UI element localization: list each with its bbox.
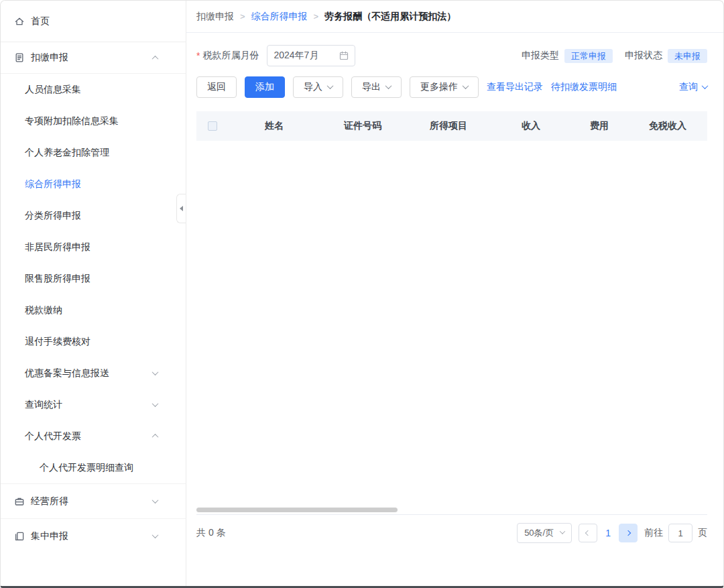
calendar-icon — [339, 51, 349, 60]
breadcrumb: 扣缴申报 > 综合所得申报 > 劳务报酬（不适用累计预扣法） — [186, 1, 723, 33]
sidebar-item-label: 首页 — [31, 15, 50, 27]
table-body-empty — [196, 141, 707, 514]
sidebar-item-preference-filing[interactable]: 优惠备案与信息报送 — [1, 357, 186, 389]
chevron-down-icon — [702, 82, 709, 89]
sidebar-item-personal-invoice-detail-query[interactable]: 个人代开发票明细查询 — [1, 452, 186, 483]
column-header-income-item: 所得项目 — [406, 120, 491, 132]
sidebar-item-label: 综合所得申报 — [25, 178, 81, 190]
app-window: 首页 扣缴申报 人员信息采集 专项附加扣除信息采集 个人养老金扣除管理 综合所得… — [0, 0, 724, 588]
page-size-value: 50条/页 — [524, 527, 554, 539]
document-icon — [14, 52, 25, 63]
total-count: 共 0 条 — [196, 527, 226, 539]
declare-status-badge: 未申报 — [668, 49, 707, 63]
table-header-row: 姓名 证件号码 所得项目 收入 费用 免税收入 — [196, 111, 707, 141]
sidebar-item-label: 分类所得申报 — [25, 210, 81, 222]
home-icon — [14, 16, 25, 27]
back-button[interactable]: 返回 — [196, 76, 237, 98]
sidebar-item-label: 个人代开发票明细查询 — [40, 462, 133, 474]
next-page-button[interactable] — [619, 524, 638, 542]
column-header-income: 收入 — [491, 120, 570, 132]
sidebar-item-special-deduction-info[interactable]: 专项附加扣除信息采集 — [1, 105, 186, 137]
goto-page-input[interactable] — [668, 524, 692, 542]
chevron-down-icon — [152, 400, 159, 407]
sidebar-item-label: 经营所得 — [31, 495, 68, 508]
sidebar-item-nonresident-income[interactable]: 非居民所得申报 — [1, 231, 186, 263]
sidebar-item-refund-fee-check[interactable]: 退付手续费核对 — [1, 326, 186, 357]
sidebar-item-label: 非居民所得申报 — [25, 241, 90, 253]
page-title: 劳务报酬（不适用累计预扣法） — [324, 11, 456, 23]
more-actions-label: 更多操作 — [420, 81, 458, 93]
sidebar-item-label: 集中申报 — [31, 530, 68, 542]
tax-month-input[interactable]: 2024年7月 — [267, 45, 355, 66]
breadcrumb-separator: > — [314, 11, 319, 21]
sidebar-item-withholding-declaration[interactable]: 扣缴申报 — [1, 42, 186, 74]
import-label: 导入 — [304, 81, 322, 93]
sidebar-item-label: 个人养老金扣除管理 — [25, 147, 109, 159]
sidebar-item-label: 扣缴申报 — [31, 52, 68, 64]
goto-suffix-label: 页 — [698, 527, 707, 539]
sidebar-item-business-income[interactable]: 经营所得 — [1, 483, 186, 518]
chevron-down-icon — [152, 497, 159, 504]
sidebar: 首页 扣缴申报 人员信息采集 专项附加扣除信息采集 个人养老金扣除管理 综合所得… — [1, 1, 186, 586]
sidebar-item-classified-income[interactable]: 分类所得申报 — [1, 200, 186, 231]
sidebar-item-restricted-shares[interactable]: 限售股所得申报 — [1, 263, 186, 294]
column-header-name: 姓名 — [229, 120, 320, 132]
query-dropdown-link[interactable]: 查询 — [679, 81, 707, 93]
sidebar-item-personal-invoice[interactable]: 个人代开发票 — [1, 420, 186, 452]
goto-prefix-label: 前往 — [644, 527, 663, 539]
current-page-number: 1 — [604, 528, 612, 538]
sidebar-item-personnel-info[interactable]: 人员信息采集 — [1, 74, 186, 105]
required-asterisk: * — [196, 50, 200, 61]
export-label: 导出 — [362, 81, 381, 93]
breadcrumb-item-comprehensive-income[interactable]: 综合所得申报 — [251, 11, 308, 23]
sidebar-item-label: 优惠备案与信息报送 — [25, 367, 109, 379]
view-export-records-link[interactable]: 查看导出记录 — [487, 81, 543, 93]
sidebar-item-label: 退付手续费核对 — [25, 336, 90, 348]
pager: 50条/页 1 前往 页 — [517, 523, 707, 543]
declare-type-badge: 正常申报 — [564, 49, 613, 63]
breadcrumb-item-withholding[interactable]: 扣缴申报 — [196, 11, 234, 23]
sidebar-item-label: 专项附加扣除信息采集 — [25, 115, 119, 127]
column-header-expense: 费用 — [570, 120, 628, 132]
more-actions-dropdown-button[interactable]: 更多操作 — [410, 76, 479, 98]
add-button[interactable]: 添加 — [245, 76, 285, 98]
filters-row: * 税款所属月份 2024年7月 申报类型 正常申报 申报状态 未申报 — [196, 45, 707, 66]
toolbar: 返回 添加 导入 导出 更多操作 查看导出记录 待扣缴发票明细 查询 — [196, 76, 707, 98]
pending-withholding-invoices-link[interactable]: 待扣缴发票明细 — [551, 81, 617, 93]
breadcrumb-separator: > — [240, 11, 245, 21]
sidebar-item-label: 人员信息采集 — [25, 84, 81, 96]
declare-status-label: 申报状态 — [625, 50, 662, 62]
sidebar-item-label: 查询统计 — [25, 399, 62, 411]
column-header-tax-free-income: 免税收入 — [628, 120, 707, 132]
chevron-up-icon — [152, 55, 159, 62]
chevron-down-icon — [152, 369, 159, 375]
page-size-select[interactable]: 50条/页 — [517, 523, 572, 543]
export-dropdown-button[interactable]: 导出 — [351, 76, 402, 98]
chevron-down-icon — [385, 82, 392, 89]
horizontal-scrollbar-thumb[interactable] — [196, 508, 398, 512]
query-label: 查询 — [679, 81, 698, 93]
sidebar-item-pension-deduction[interactable]: 个人养老金扣除管理 — [1, 137, 186, 168]
sidebar-item-label: 个人代开发票 — [25, 430, 81, 443]
briefcase-icon — [14, 496, 25, 507]
import-dropdown-button[interactable]: 导入 — [293, 76, 343, 98]
sidebar-item-home[interactable]: 首页 — [1, 1, 186, 42]
chevron-down-icon — [463, 82, 469, 89]
sidebar-item-label: 税款缴纳 — [25, 304, 62, 316]
sidebar-item-comprehensive-income[interactable]: 综合所得申报 — [1, 168, 186, 200]
sidebar-item-centralized-declaration[interactable]: 集中申报 — [1, 518, 186, 553]
chevron-right-icon — [625, 530, 631, 536]
tax-month-filter: * 税款所属月份 2024年7月 — [196, 45, 355, 66]
chevron-down-icon — [152, 532, 159, 538]
pagination-bar: 共 0 条 50条/页 1 前往 页 — [196, 523, 707, 543]
sidebar-collapse-button[interactable] — [176, 194, 186, 223]
sidebar-item-query-statistics[interactable]: 查询统计 — [1, 389, 186, 420]
select-all-checkbox[interactable] — [208, 121, 217, 131]
declare-type-label: 申报类型 — [522, 50, 559, 62]
prev-page-button[interactable] — [579, 524, 597, 542]
sidebar-item-tax-payment[interactable]: 税款缴纳 — [1, 294, 186, 326]
main-content: 扣缴申报 > 综合所得申报 > 劳务报酬（不适用累计预扣法） * 税款所属月份 … — [186, 1, 723, 586]
data-table: 姓名 证件号码 所得项目 收入 费用 免税收入 — [196, 111, 707, 515]
horizontal-scrollbar — [196, 508, 707, 512]
tax-month-label: 税款所属月份 — [202, 50, 259, 62]
